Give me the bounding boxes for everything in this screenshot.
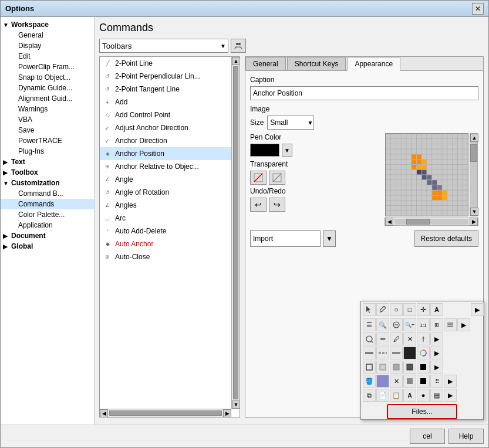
ig-btn-rect-small[interactable]: ▤ <box>430 389 443 402</box>
ig-btn-black-fill[interactable] <box>403 347 416 359</box>
ig-btn-pencil[interactable] <box>376 303 389 316</box>
sidebar-item-vba[interactable]: VBA <box>1 114 94 125</box>
cmd-item-angle[interactable]: ∠ Angle <box>100 173 231 186</box>
cmd-item-anchor-dir[interactable]: ↙ Anchor Direction <box>100 134 231 147</box>
ig-btn-pen[interactable]: ✏ <box>376 332 389 345</box>
sidebar-item-commands[interactable]: Commands <box>1 199 94 209</box>
sidebar-item-commandbars[interactable]: Command B... <box>1 188 94 199</box>
ig-btn-zoom-all[interactable] <box>363 332 376 345</box>
sidebar-item-workspace[interactable]: ▼ Workspace <box>1 19 94 30</box>
commands-hscrollbar[interactable]: ◀ ▶ <box>100 409 231 417</box>
ig-btn-zoom-in[interactable]: 🔍 <box>376 318 389 331</box>
ig-btn-zoom-percent[interactable]: 🔍+ <box>403 318 416 331</box>
sidebar-item-text[interactable]: ▶ Text <box>1 157 94 167</box>
cmd-item-anchor-rel[interactable]: ⊕ Anchor Relative to Objec... <box>100 160 231 173</box>
ig-scroll-right-2[interactable]: ▶ <box>457 318 470 331</box>
sidebar-item-save[interactable]: Save <box>1 125 94 135</box>
undo-btn[interactable]: ↩ <box>250 198 267 212</box>
pen-color-dropdown-btn[interactable]: ▼ <box>282 144 292 157</box>
icon-canvas[interactable] <box>385 133 468 216</box>
import-select[interactable]: Import Export <box>250 230 321 247</box>
import-dropdown-btn[interactable]: ▼ <box>323 230 336 247</box>
sidebar-item-powertrace[interactable]: PowerTRACE <box>1 135 94 146</box>
tab-general[interactable]: General <box>245 57 286 70</box>
ig-btn-dots[interactable]: ⠿ <box>430 375 443 388</box>
ig-scroll-right-5[interactable]: ▶ <box>430 361 443 374</box>
vscroll-thumb[interactable] <box>233 66 238 399</box>
sidebar-item-display[interactable]: Display <box>1 40 94 51</box>
sidebar-item-global[interactable]: ▶ Global <box>1 241 94 252</box>
ig-btn-list[interactable]: ☰ <box>363 318 376 331</box>
restore-defaults-btn[interactable]: Restore defaults <box>414 230 478 247</box>
sidebar-item-edit[interactable]: Edit <box>1 51 94 62</box>
ig-scroll-right[interactable]: ▶ <box>471 303 484 316</box>
pen-color-swatch[interactable] <box>250 144 279 157</box>
files-btn[interactable]: Files... <box>387 404 457 419</box>
hscroll-left-btn[interactable]: ◀ <box>100 409 108 418</box>
ig-btn-A-large[interactable]: A <box>430 303 443 316</box>
cmd-item-auto-anchor[interactable]: ◆ Auto Anchor <box>100 237 231 250</box>
ig-btn-mid-sq[interactable] <box>390 361 403 374</box>
ig-btn-x-sq[interactable]: ✕ <box>390 375 403 388</box>
cmd-item-2point-tan[interactable]: ↺ 2-Point Tangent Line <box>100 83 231 96</box>
cmd-item-add[interactable]: + Add <box>100 96 231 108</box>
canvas-vscroll-up-btn[interactable]: ▲ <box>470 134 478 142</box>
ig-btn-expand-all[interactable]: ⊞ <box>430 318 443 331</box>
caption-input[interactable] <box>250 86 478 100</box>
ig-btn-minus-long[interactable] <box>363 347 376 359</box>
sidebar-item-powerclip[interactable]: PowerClip Fram... <box>1 62 94 72</box>
cmd-item-angle-rot[interactable]: ↺ Angle of Rotation <box>100 186 231 199</box>
cancel-btn[interactable]: cel <box>410 429 445 444</box>
ig-btn-copy[interactable]: ⧉ <box>363 389 376 402</box>
ig-btn-101[interactable]: 1:1 <box>417 318 430 331</box>
ig-btn-mid-sq2[interactable] <box>403 375 416 388</box>
canvas-vscroll[interactable]: ▲ ▼ <box>470 133 478 216</box>
canvas-hscroll[interactable]: ◀ ▶ <box>385 218 478 226</box>
cmd-item-2point-perp[interactable]: ↺ 2-Point Perpendicular Lin... <box>100 70 231 83</box>
help-btn[interactable]: Help <box>448 429 484 444</box>
canvas-hscroll-right-btn[interactable]: ▶ <box>470 218 478 226</box>
vscroll-up-btn[interactable]: ▲ <box>232 57 240 65</box>
cmd-item-auto-close[interactable]: ⊕ Auto-Close <box>100 250 231 263</box>
toolbars-dropdown[interactable]: Toolbars Menu Context Menu <box>99 39 228 53</box>
ig-btn-black-sq2[interactable] <box>417 375 430 388</box>
ig-btn-zoom-minus[interactable] <box>390 318 403 331</box>
sidebar-item-snap[interactable]: Snap to Object... <box>1 72 94 83</box>
tab-shortcut-keys[interactable]: Shortcut Keys <box>287 57 346 70</box>
sidebar-item-toolbox[interactable]: ▶ Toolbox <box>1 167 94 178</box>
ig-btn-page[interactable]: 📄 <box>376 389 389 402</box>
ig-btn-circle-o[interactable]: ○ <box>390 303 403 316</box>
ig-btn-pen2[interactable]: 🖊 <box>390 332 403 345</box>
sidebar-item-customization[interactable]: ▼ Customization <box>1 178 94 188</box>
size-select[interactable]: Small Medium Large <box>267 116 314 130</box>
ig-btn-lines[interactable] <box>444 318 457 331</box>
ig-btn-black-sq[interactable] <box>417 361 430 374</box>
ig-btn-crosshair[interactable]: ✛ <box>417 303 430 316</box>
ig-scroll-right-3[interactable]: ▶ <box>430 332 443 345</box>
cmd-item-adjust-anchor[interactable]: ↙ Adjust Anchor Direction <box>100 121 231 134</box>
sidebar-item-document[interactable]: ▶ Document <box>1 230 94 241</box>
close-button[interactable]: ✕ <box>472 3 484 15</box>
canvas-hscroll-left-btn[interactable]: ◀ <box>385 218 393 226</box>
sidebar-item-alignment[interactable]: Alignment Guid... <box>1 93 94 104</box>
transparent-off-btn[interactable] <box>269 171 285 185</box>
cmd-item-add-control[interactable]: ◇ Add Control Point <box>100 108 231 121</box>
cmd-item-arc[interactable]: ◡ Arc <box>100 212 231 225</box>
canvas-vscroll-down-btn[interactable]: ▼ <box>470 208 478 216</box>
toolbar-icon-button[interactable] <box>231 39 246 53</box>
ig-btn-color-wheel[interactable] <box>417 347 430 359</box>
ig-btn-dash[interactable] <box>376 347 389 359</box>
ig-btn-bucket[interactable]: 🪣 <box>363 375 376 388</box>
sidebar-item-general[interactable]: General <box>1 30 94 40</box>
canvas-hscroll-thumb[interactable] <box>406 219 430 225</box>
ig-btn-thick-line[interactable] <box>390 347 403 359</box>
ig-scroll-right-7[interactable]: ▶ <box>444 389 457 402</box>
sidebar-item-application[interactable]: Application <box>1 220 94 230</box>
sidebar-item-dynamic[interactable]: Dynamic Guide... <box>1 83 94 93</box>
ig-btn-circle-small[interactable]: ● <box>417 389 430 402</box>
ig-btn-page2[interactable]: 📋 <box>390 389 403 402</box>
ig-btn-A-box[interactable]: A <box>403 389 416 402</box>
ig-btn-light-sq[interactable] <box>376 361 389 374</box>
hscroll-right-btn[interactable]: ▶ <box>223 409 231 418</box>
sidebar-item-plugins[interactable]: Plug-Ins <box>1 146 94 157</box>
